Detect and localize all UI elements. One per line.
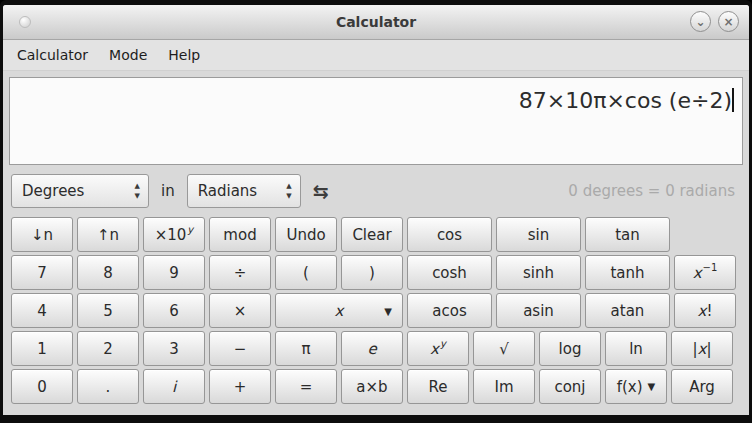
modulus-button[interactable]: mod xyxy=(209,217,271,252)
app-icon xyxy=(19,16,31,28)
titlebar[interactable]: Calculator ⌄ × xyxy=(3,5,749,40)
absolute-value-button[interactable]: |x| xyxy=(671,331,733,366)
spin-down-icon: ▼ xyxy=(135,193,140,200)
decimal-point-button[interactable]: . xyxy=(77,369,139,404)
scientific-notation-button[interactable]: a×b xyxy=(341,369,403,404)
window-frame: Calculator ⌄ × CalculatorModeHelp 87×10π… xyxy=(0,0,752,423)
two-button[interactable]: 2 xyxy=(77,331,139,366)
tanh-button[interactable]: tanh xyxy=(585,255,670,290)
asin-button[interactable]: asin xyxy=(496,293,581,328)
imaginary-part-button[interactable]: Im xyxy=(473,369,535,404)
x-power-y-button[interactable]: xy xyxy=(407,331,469,366)
keypad-row-1: ↓n↑n×10ymodUndoClearcossintan xyxy=(11,217,741,252)
spinner-arrows-icon[interactable]: ▲▼ xyxy=(283,183,294,200)
angle-from-value: Degrees xyxy=(22,182,132,200)
angle-to-value: Radians xyxy=(198,182,284,200)
spin-up-icon: ▲ xyxy=(286,183,291,190)
cosh-button[interactable]: cosh xyxy=(407,255,492,290)
clear-button[interactable]: Clear xyxy=(341,217,403,252)
atan-button[interactable]: atan xyxy=(585,293,670,328)
three-button[interactable]: 3 xyxy=(143,331,205,366)
keypad-row-4: 123−πexy√logln|x| xyxy=(11,331,741,366)
zero-button[interactable]: 0 xyxy=(11,369,73,404)
in-label: in xyxy=(161,182,175,200)
keypad-row-3: 456×x▼acosasinatanx! xyxy=(11,293,741,328)
expression-display[interactable]: 87×10π×cos (e÷2) xyxy=(9,77,743,165)
angle-to-select[interactable]: Radians ▲▼ xyxy=(187,174,301,208)
undo-button[interactable]: Undo xyxy=(275,217,337,252)
conversion-status: 0 degrees = 0 radians xyxy=(568,182,739,200)
variable-button[interactable]: x▼ xyxy=(275,293,403,328)
one-button[interactable]: 1 xyxy=(11,331,73,366)
keypad-row-5: 0.i+=a×bReImconjf(x)▼Arg xyxy=(11,369,741,404)
pi-button[interactable]: π xyxy=(275,331,337,366)
sinh-button[interactable]: sinh xyxy=(496,255,581,290)
menu-calculator[interactable]: Calculator xyxy=(15,44,90,66)
window-controls: ⌄ × xyxy=(690,11,739,32)
keypad: ↓n↑n×10ymodUndoClearcossintan789÷()coshs… xyxy=(9,217,743,404)
seven-button[interactable]: 7 xyxy=(11,255,73,290)
five-button[interactable]: 5 xyxy=(77,293,139,328)
close-icon: × xyxy=(723,15,733,29)
shade-button[interactable]: ⌄ xyxy=(690,11,711,32)
menu-mode[interactable]: Mode xyxy=(107,44,149,66)
window-title: Calculator xyxy=(336,14,416,30)
multiply-button[interactable]: × xyxy=(209,293,271,328)
menu-help[interactable]: Help xyxy=(166,44,202,66)
conjugate-button[interactable]: conj xyxy=(539,369,601,404)
equals-button[interactable]: = xyxy=(275,369,337,404)
acos-button[interactable]: acos xyxy=(407,293,492,328)
text-cursor xyxy=(732,88,734,112)
four-button[interactable]: 4 xyxy=(11,293,73,328)
factorial-button[interactable]: x! xyxy=(674,293,736,328)
imaginary-unit-button[interactable]: i xyxy=(143,369,205,404)
angle-from-select[interactable]: Degrees ▲▼ xyxy=(11,174,149,208)
subtract-button[interactable]: − xyxy=(209,331,271,366)
reciprocal-button[interactable]: x−1 xyxy=(674,255,736,290)
nine-button[interactable]: 9 xyxy=(143,255,205,290)
open-paren-button[interactable]: ( xyxy=(275,255,337,290)
square-root-button[interactable]: √ xyxy=(473,331,535,366)
divide-button[interactable]: ÷ xyxy=(209,255,271,290)
cos-button[interactable]: cos xyxy=(407,217,492,252)
real-part-button[interactable]: Re xyxy=(407,369,469,404)
keypad-row-2: 789÷()coshsinhtanhx−1 xyxy=(11,255,741,290)
spin-up-icon: ▲ xyxy=(135,183,140,190)
menubar: CalculatorModeHelp xyxy=(3,40,749,71)
six-button[interactable]: 6 xyxy=(143,293,205,328)
subscript-mode-button[interactable]: ↓n xyxy=(11,217,73,252)
unit-conversion-row: Degrees ▲▼ in Radians ▲▼ ⇆ 0 degrees = 0… xyxy=(11,173,739,209)
close-paren-button[interactable]: ) xyxy=(341,255,403,290)
eight-button[interactable]: 8 xyxy=(77,255,139,290)
function-button[interactable]: f(x)▼ xyxy=(605,369,667,404)
exponent-button[interactable]: ×10y xyxy=(143,217,205,252)
close-button[interactable]: × xyxy=(718,11,739,32)
superscript-mode-button[interactable]: ↑n xyxy=(77,217,139,252)
logarithm-button[interactable]: log xyxy=(539,331,601,366)
add-button[interactable]: + xyxy=(209,369,271,404)
swap-units-button[interactable]: ⇆ xyxy=(313,180,329,202)
expression-text: 87×10π×cos (e÷2) xyxy=(519,88,732,113)
calculator-window: Calculator ⌄ × CalculatorModeHelp 87×10π… xyxy=(3,5,749,415)
sin-button[interactable]: sin xyxy=(496,217,581,252)
argument-button[interactable]: Arg xyxy=(671,369,733,404)
euler-number-button[interactable]: e xyxy=(341,331,403,366)
natural-logarithm-button[interactable]: ln xyxy=(605,331,667,366)
content-area: 87×10π×cos (e÷2) Degrees ▲▼ in Radians ▲… xyxy=(3,71,749,415)
tan-button[interactable]: tan xyxy=(585,217,670,252)
spin-down-icon: ▼ xyxy=(286,193,291,200)
chevron-down-icon: ⌄ xyxy=(695,15,705,29)
spinner-arrows-icon[interactable]: ▲▼ xyxy=(132,183,143,200)
